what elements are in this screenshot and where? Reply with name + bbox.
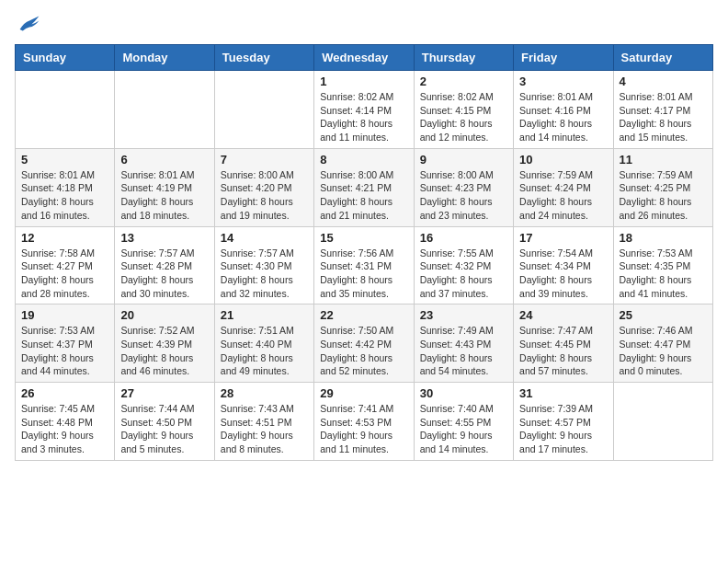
calendar-cell: 1Sunrise: 8:02 AM Sunset: 4:14 PM Daylig… <box>314 71 414 149</box>
weekday-header-tuesday: Tuesday <box>214 45 313 71</box>
weekday-header-thursday: Thursday <box>414 45 513 71</box>
day-info: Sunrise: 8:00 AM Sunset: 4:20 PM Dayligh… <box>221 168 308 223</box>
calendar-cell: 30Sunrise: 7:40 AM Sunset: 4:55 PM Dayli… <box>414 383 513 461</box>
calendar-cell: 18Sunrise: 7:53 AM Sunset: 4:35 PM Dayli… <box>613 226 712 304</box>
weekday-header-monday: Monday <box>115 45 214 71</box>
day-info: Sunrise: 8:01 AM Sunset: 4:16 PM Dayligh… <box>519 90 607 144</box>
calendar-cell: 7Sunrise: 8:00 AM Sunset: 4:20 PM Daylig… <box>214 148 313 226</box>
day-info: Sunrise: 8:00 AM Sunset: 4:23 PM Dayligh… <box>420 168 507 223</box>
day-number: 8 <box>320 153 407 167</box>
day-number: 4 <box>620 75 707 88</box>
day-number: 3 <box>519 75 607 88</box>
day-info: Sunrise: 7:41 AM Sunset: 4:53 PM Dayligh… <box>320 402 407 456</box>
calendar-table: SundayMondayTuesdayWednesdayThursdayFrid… <box>15 44 713 461</box>
day-number: 5 <box>21 153 108 167</box>
day-number: 12 <box>21 231 108 245</box>
weekday-header-saturday: Saturday <box>613 45 712 71</box>
calendar-cell: 5Sunrise: 8:01 AM Sunset: 4:18 PM Daylig… <box>16 148 115 226</box>
day-number: 28 <box>221 386 308 400</box>
day-number: 20 <box>120 308 208 322</box>
weekday-header-friday: Friday <box>514 45 613 71</box>
day-info: Sunrise: 7:53 AM Sunset: 4:37 PM Dayligh… <box>21 324 108 378</box>
day-number: 24 <box>519 308 607 322</box>
calendar-cell: 26Sunrise: 7:45 AM Sunset: 4:48 PM Dayli… <box>16 383 115 461</box>
calendar-cell: 17Sunrise: 7:54 AM Sunset: 4:34 PM Dayli… <box>514 226 613 304</box>
page-header <box>15 15 713 33</box>
day-number: 10 <box>519 153 607 167</box>
calendar-cell: 31Sunrise: 7:39 AM Sunset: 4:57 PM Dayli… <box>514 383 613 461</box>
day-info: Sunrise: 7:46 AM Sunset: 4:47 PM Dayligh… <box>620 324 707 378</box>
calendar-week-2: 12Sunrise: 7:58 AM Sunset: 4:27 PM Dayli… <box>16 226 713 304</box>
day-number: 19 <box>21 308 108 322</box>
calendar-week-4: 26Sunrise: 7:45 AM Sunset: 4:48 PM Dayli… <box>16 383 713 461</box>
calendar-cell: 28Sunrise: 7:43 AM Sunset: 4:51 PM Dayli… <box>214 383 313 461</box>
day-number: 16 <box>420 231 507 245</box>
day-info: Sunrise: 7:57 AM Sunset: 4:30 PM Dayligh… <box>221 247 308 301</box>
calendar-cell <box>16 71 115 149</box>
calendar-cell <box>214 71 313 149</box>
day-number: 25 <box>620 308 707 322</box>
day-info: Sunrise: 8:02 AM Sunset: 4:14 PM Dayligh… <box>320 90 407 144</box>
calendar-cell: 6Sunrise: 8:01 AM Sunset: 4:19 PM Daylig… <box>115 148 214 226</box>
day-info: Sunrise: 7:58 AM Sunset: 4:27 PM Dayligh… <box>21 247 108 301</box>
day-info: Sunrise: 7:56 AM Sunset: 4:31 PM Dayligh… <box>320 247 407 301</box>
day-number: 26 <box>21 386 108 400</box>
day-info: Sunrise: 7:53 AM Sunset: 4:35 PM Dayligh… <box>620 247 707 301</box>
calendar-cell: 12Sunrise: 7:58 AM Sunset: 4:27 PM Dayli… <box>16 226 115 304</box>
day-number: 6 <box>120 153 208 167</box>
day-info: Sunrise: 8:00 AM Sunset: 4:21 PM Dayligh… <box>320 168 407 223</box>
day-number: 7 <box>221 153 308 167</box>
day-info: Sunrise: 7:47 AM Sunset: 4:45 PM Dayligh… <box>519 324 607 378</box>
calendar-cell: 13Sunrise: 7:57 AM Sunset: 4:28 PM Dayli… <box>115 226 214 304</box>
day-number: 18 <box>620 231 707 245</box>
calendar-week-1: 5Sunrise: 8:01 AM Sunset: 4:18 PM Daylig… <box>16 148 713 226</box>
logo-bird-icon <box>18 15 40 33</box>
weekday-header-sunday: Sunday <box>16 45 115 71</box>
day-number: 1 <box>320 75 407 88</box>
day-info: Sunrise: 7:49 AM Sunset: 4:43 PM Dayligh… <box>420 324 507 378</box>
day-number: 30 <box>420 386 507 400</box>
calendar-cell: 24Sunrise: 7:47 AM Sunset: 4:45 PM Dayli… <box>514 304 613 383</box>
calendar-cell: 14Sunrise: 7:57 AM Sunset: 4:30 PM Dayli… <box>214 226 313 304</box>
day-number: 22 <box>320 308 407 322</box>
calendar-cell: 23Sunrise: 7:49 AM Sunset: 4:43 PM Dayli… <box>414 304 513 383</box>
day-info: Sunrise: 7:50 AM Sunset: 4:42 PM Dayligh… <box>320 324 407 378</box>
calendar-cell <box>115 71 214 149</box>
day-info: Sunrise: 7:54 AM Sunset: 4:34 PM Dayligh… <box>519 247 607 301</box>
day-info: Sunrise: 7:52 AM Sunset: 4:39 PM Dayligh… <box>120 324 208 378</box>
day-number: 17 <box>519 231 607 245</box>
day-info: Sunrise: 8:02 AM Sunset: 4:15 PM Dayligh… <box>420 90 507 144</box>
calendar-cell: 10Sunrise: 7:59 AM Sunset: 4:24 PM Dayli… <box>514 148 613 226</box>
day-number: 23 <box>420 308 507 322</box>
day-info: Sunrise: 7:59 AM Sunset: 4:25 PM Dayligh… <box>620 168 707 223</box>
calendar-cell: 3Sunrise: 8:01 AM Sunset: 4:16 PM Daylig… <box>514 71 613 149</box>
day-info: Sunrise: 8:01 AM Sunset: 4:18 PM Dayligh… <box>21 168 108 223</box>
calendar-cell: 19Sunrise: 7:53 AM Sunset: 4:37 PM Dayli… <box>16 304 115 383</box>
calendar-cell: 21Sunrise: 7:51 AM Sunset: 4:40 PM Dayli… <box>214 304 313 383</box>
day-info: Sunrise: 7:51 AM Sunset: 4:40 PM Dayligh… <box>221 324 308 378</box>
day-info: Sunrise: 7:45 AM Sunset: 4:48 PM Dayligh… <box>21 402 108 456</box>
day-number: 13 <box>120 231 208 245</box>
calendar-week-0: 1Sunrise: 8:02 AM Sunset: 4:14 PM Daylig… <box>16 71 713 149</box>
calendar-cell: 8Sunrise: 8:00 AM Sunset: 4:21 PM Daylig… <box>314 148 414 226</box>
calendar-cell: 11Sunrise: 7:59 AM Sunset: 4:25 PM Dayli… <box>613 148 712 226</box>
day-info: Sunrise: 7:59 AM Sunset: 4:24 PM Dayligh… <box>519 168 607 223</box>
day-info: Sunrise: 8:01 AM Sunset: 4:17 PM Dayligh… <box>620 90 707 144</box>
day-number: 29 <box>320 386 407 400</box>
calendar-cell: 22Sunrise: 7:50 AM Sunset: 4:42 PM Dayli… <box>314 304 414 383</box>
day-info: Sunrise: 7:39 AM Sunset: 4:57 PM Dayligh… <box>519 402 607 456</box>
day-info: Sunrise: 8:01 AM Sunset: 4:19 PM Dayligh… <box>120 168 208 223</box>
calendar-cell: 20Sunrise: 7:52 AM Sunset: 4:39 PM Dayli… <box>115 304 214 383</box>
calendar-cell: 4Sunrise: 8:01 AM Sunset: 4:17 PM Daylig… <box>613 71 712 149</box>
day-number: 2 <box>420 75 507 88</box>
calendar-cell: 2Sunrise: 8:02 AM Sunset: 4:15 PM Daylig… <box>414 71 513 149</box>
day-number: 9 <box>420 153 507 167</box>
calendar-cell: 27Sunrise: 7:44 AM Sunset: 4:50 PM Dayli… <box>115 383 214 461</box>
day-info: Sunrise: 7:40 AM Sunset: 4:55 PM Dayligh… <box>420 402 507 456</box>
day-info: Sunrise: 7:57 AM Sunset: 4:28 PM Dayligh… <box>120 247 208 301</box>
calendar-header-row: SundayMondayTuesdayWednesdayThursdayFrid… <box>16 45 713 71</box>
day-number: 21 <box>221 308 308 322</box>
day-info: Sunrise: 7:44 AM Sunset: 4:50 PM Dayligh… <box>120 402 208 456</box>
day-number: 11 <box>620 153 707 167</box>
calendar-cell: 29Sunrise: 7:41 AM Sunset: 4:53 PM Dayli… <box>314 383 414 461</box>
